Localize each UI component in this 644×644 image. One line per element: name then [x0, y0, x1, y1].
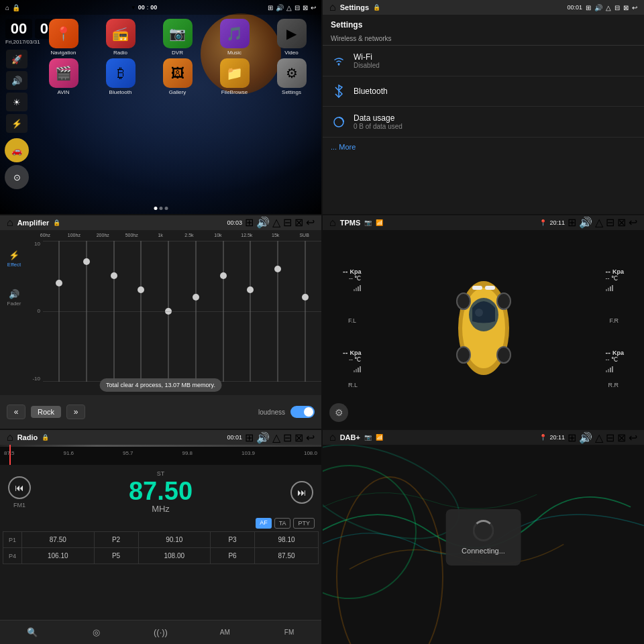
bluetooth-name: Bluetooth — [354, 87, 388, 96]
fader-label: Fader — [7, 301, 21, 307]
data-usage-setting-item[interactable]: Data usage 0 B of data used — [323, 107, 644, 138]
fl-bar4 — [360, 285, 361, 291]
prev-preset-btn[interactable]: « — [7, 405, 25, 419]
eq-slider-2[interactable] — [100, 241, 127, 382]
dot-indicator — [154, 207, 168, 210]
eq-slider-5[interactable] — [182, 241, 210, 382]
skip-prev-btn[interactable]: ⏮ — [8, 476, 31, 499]
am-nav-btn[interactable]: AM — [211, 621, 238, 644]
p1-id[interactable]: P1 — [3, 532, 22, 548]
eq-slider-1[interactable] — [73, 241, 101, 382]
p6-freq[interactable]: 87.50 — [255, 548, 319, 564]
svg-rect-9 — [472, 286, 482, 290]
antenna-nav-btn[interactable]: ((·)) — [147, 621, 174, 644]
radio-back[interactable]: ↩ — [306, 431, 315, 444]
radio-minus: ⊟ — [283, 431, 292, 444]
rocket-btn[interactable]: 🚀 — [6, 50, 28, 68]
tpms-signal: 📶 — [376, 219, 383, 226]
p6-id[interactable]: P6 — [211, 548, 255, 564]
back-icon[interactable]: ↩ — [311, 4, 316, 11]
app-music[interactable]: 🎵Music — [207, 19, 262, 56]
settings-page-title: Settings — [323, 15, 644, 32]
p4-id[interactable]: P4 — [3, 548, 22, 564]
radio-skip-right: ⏭ — [290, 481, 313, 504]
rl-bar2 — [356, 369, 357, 372]
next-preset-btn[interactable]: » — [66, 405, 85, 419]
amp-status-right: 00:03 ⊞ 🔊 △ ⊟ ⊠ ↩ — [227, 216, 315, 229]
app-filebrowse[interactable]: 📁FileBrowse — [207, 58, 262, 95]
app-gallery[interactable]: 🖼Gallery — [150, 58, 205, 95]
home-icon-left[interactable]: ⌂ — [5, 4, 9, 11]
loudness-toggle[interactable] — [290, 406, 315, 418]
s-back[interactable]: ↩ — [632, 4, 637, 11]
fr-temp: -- ℃ — [606, 275, 624, 282]
tpms-camera: 📷 — [364, 219, 372, 226]
radio-vol: 🔊 — [256, 431, 270, 444]
tpms-pin: 📍 — [539, 219, 547, 226]
settings-home-icon[interactable]: ⌂ — [329, 1, 336, 13]
fl-bar2 — [356, 288, 357, 291]
svg-point-11 — [475, 309, 483, 317]
p5-freq[interactable]: 108.00 — [138, 548, 210, 564]
gray-btn[interactable]: ⊙ — [5, 165, 29, 189]
p2-id[interactable]: P2 — [94, 532, 138, 548]
pty-btn[interactable]: PTY — [293, 518, 315, 529]
p5-id[interactable]: P5 — [94, 548, 138, 564]
rl-bar1 — [354, 370, 355, 372]
equalizer-btn[interactable]: ⚡ — [6, 114, 28, 133]
search-nav-btn[interactable]: 🔍 — [19, 621, 46, 644]
tpms-home-icon[interactable]: ⌂ — [329, 217, 336, 229]
svg-point-6 — [497, 293, 511, 309]
wifi-setting-item[interactable]: Wi-Fi Disabled — [323, 46, 644, 76]
p1-freq[interactable]: 87.50 — [22, 532, 94, 548]
app-settings[interactable]: ⚙Settings — [264, 58, 319, 95]
skip-next-btn[interactable]: ⏭ — [290, 481, 313, 504]
dab-home-icon[interactable]: ⌂ — [329, 431, 336, 443]
eq-slider-9[interactable] — [291, 241, 319, 382]
app-video[interactable]: ▶Video — [264, 19, 319, 56]
fm-nav-btn[interactable]: FM — [276, 621, 303, 644]
app-bluetooth[interactable]: ₿Bluetooth — [93, 58, 148, 95]
amp-home-icon[interactable]: ⌂ — [7, 217, 13, 229]
p2-freq[interactable]: 90.10 — [138, 532, 210, 548]
app-navigation[interactable]: 📍Navigation — [36, 19, 91, 56]
eq-slider-3[interactable] — [127, 241, 155, 382]
eq-slider-6[interactable] — [209, 241, 237, 382]
preset-row-1: P1 87.50 P2 90.10 P3 98.10 — [3, 532, 319, 548]
eq-slider-0[interactable] — [46, 241, 73, 382]
eq-slider-7[interactable] — [237, 241, 264, 382]
volume-btn[interactable]: 🔊 — [6, 71, 28, 90]
app-dvr[interactable]: 📷DVR — [150, 19, 205, 56]
yellow-btn[interactable]: 🚗 — [5, 138, 29, 162]
dab-panel: ⌂ DAB+ 📷 📶 📍 20:11 ⊞ 🔊 △ ⊟ ⊠ ↩ — [323, 430, 644, 644]
eq-slider-4[interactable] — [155, 241, 182, 382]
amp-box: ⊠ — [294, 216, 303, 229]
effect-control[interactable]: ⚡ Effect — [7, 250, 21, 268]
p4-freq[interactable]: 106.10 — [22, 548, 94, 564]
minus-icon: ⊟ — [294, 4, 300, 11]
screen-icon: ⊞ — [268, 4, 273, 11]
tpms-back[interactable]: ↩ — [629, 216, 637, 229]
amp-title: Amplifier — [17, 219, 50, 227]
eq-slider-8[interactable] — [264, 241, 292, 382]
p3-id[interactable]: P3 — [211, 532, 255, 548]
dab-eject: △ — [595, 431, 603, 444]
dot-2 — [159, 207, 162, 210]
amp-eject: △ — [272, 216, 280, 229]
tpms-settings-btn[interactable]: ⚙ — [329, 403, 348, 422]
radio-home-icon[interactable]: ⌂ — [7, 431, 13, 443]
dab-back[interactable]: ↩ — [629, 431, 637, 444]
amp-back[interactable]: ↩ — [306, 216, 315, 229]
af-btn[interactable]: AF — [256, 518, 272, 529]
p3-freq[interactable]: 98.10 — [255, 532, 319, 548]
fader-control[interactable]: 🔊 Fader — [7, 289, 21, 307]
radio-nav-btn[interactable]: ◎ — [83, 621, 110, 644]
eq-thumb-8 — [274, 266, 281, 272]
amp-content: ⚡ Effect 🔊 Fader 60hz100hz200hz500hz1k2.… — [0, 230, 321, 429]
bluetooth-setting-item[interactable]: Bluetooth — [323, 76, 644, 107]
ta-btn[interactable]: TA — [274, 518, 291, 529]
app-radio[interactable]: 📻Radio — [93, 19, 148, 56]
brightness-btn[interactable]: ☀ — [6, 93, 28, 111]
app-avin[interactable]: 🎬AVIN — [36, 58, 91, 95]
more-item[interactable]: ... More — [323, 138, 644, 156]
